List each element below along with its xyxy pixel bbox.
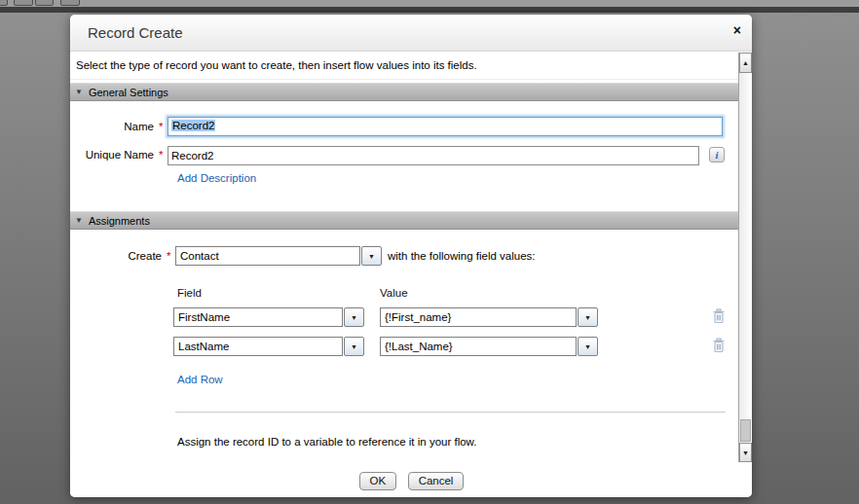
row1-field-combobox: ▼ — [173, 307, 364, 327]
record-create-dialog: Record Create × Select the type of recor… — [70, 15, 752, 497]
dialog-content: Select the type of record you want to cr… — [70, 53, 738, 462]
toolbar-button-icon[interactable] — [14, 0, 33, 6]
chevron-down-icon[interactable]: ▼ — [578, 337, 598, 356]
name-input[interactable]: Record2 — [168, 117, 723, 136]
scroll-down-icon[interactable]: ▼ — [739, 443, 752, 462]
name-label: Name — [70, 121, 154, 132]
canvas-dark-bar — [0, 7, 859, 13]
info-icon[interactable]: i — [709, 147, 725, 162]
vertical-scrollbar[interactable]: ▲ ▼ — [738, 53, 752, 462]
section-divider — [175, 412, 726, 413]
trash-icon[interactable] — [712, 308, 726, 324]
section-assignments-label: Assignments — [89, 215, 150, 227]
dialog-footer: OK Cancel — [70, 462, 752, 497]
row1-field-input[interactable] — [173, 307, 343, 327]
field-column-header: Field — [177, 287, 202, 299]
close-icon[interactable]: × — [733, 22, 741, 38]
collapse-triangle-icon: ▼ — [75, 216, 83, 225]
scrollbar-thumb[interactable] — [740, 419, 751, 442]
create-required-marker: * — [167, 250, 170, 262]
create-object-input[interactable] — [175, 246, 360, 266]
chevron-down-icon[interactable]: ▼ — [361, 246, 382, 266]
toolbar-button-icon[interactable] — [60, 0, 80, 6]
create-label: Create — [70, 250, 162, 262]
cancel-button[interactable]: Cancel — [408, 472, 465, 490]
unique-name-input[interactable] — [168, 146, 699, 165]
toolbar-button-icon[interactable] — [0, 0, 8, 6]
dialog-header: Record Create × — [70, 15, 752, 52]
name-input-selected-text: Record2 — [171, 120, 215, 131]
collapse-triangle-icon: ▼ — [75, 88, 83, 96]
add-description-link[interactable]: Add Description — [177, 172, 256, 184]
ok-button[interactable]: OK — [359, 472, 397, 490]
dialog-description: Select the type of record you want to cr… — [70, 53, 738, 80]
canvas-toolbar — [0, 0, 859, 7]
row2-field-combobox: ▼ — [173, 337, 364, 356]
chevron-down-icon[interactable]: ▼ — [344, 307, 364, 327]
chevron-down-icon[interactable]: ▼ — [578, 307, 598, 327]
screen-background: Record Create × Select the type of recor… — [0, 0, 859, 504]
chevron-down-icon[interactable]: ▼ — [344, 337, 364, 356]
name-required-marker: * — [159, 121, 163, 132]
page-title: Record Create — [88, 24, 183, 41]
row1-value-combobox: ▼ — [380, 307, 598, 327]
record-id-note: Assign the record ID to a variable to re… — [177, 436, 476, 448]
trash-icon[interactable] — [712, 338, 726, 353]
dialog-body: Select the type of record you want to cr… — [70, 53, 752, 462]
toolbar-button-icon[interactable] — [35, 0, 54, 6]
create-object-combobox: ▼ — [175, 246, 382, 266]
row2-field-input[interactable] — [173, 337, 343, 356]
row1-value-input[interactable] — [380, 307, 577, 327]
section-assignments[interactable]: ▼ Assignments — [70, 211, 738, 230]
unique-name-required-marker: * — [159, 149, 163, 161]
scroll-up-icon[interactable]: ▲ — [739, 53, 752, 73]
section-general-label: General Settings — [89, 87, 168, 98]
row2-value-combobox: ▼ — [380, 337, 598, 356]
row2-value-input[interactable] — [380, 337, 577, 356]
section-general-settings[interactable]: ▼ General Settings — [70, 83, 738, 101]
add-row-link[interactable]: Add Row — [177, 374, 223, 385]
value-column-header: Value — [380, 287, 408, 299]
unique-name-label: Unique Name — [70, 149, 154, 161]
create-suffix-text: with the following field values: — [388, 250, 536, 262]
